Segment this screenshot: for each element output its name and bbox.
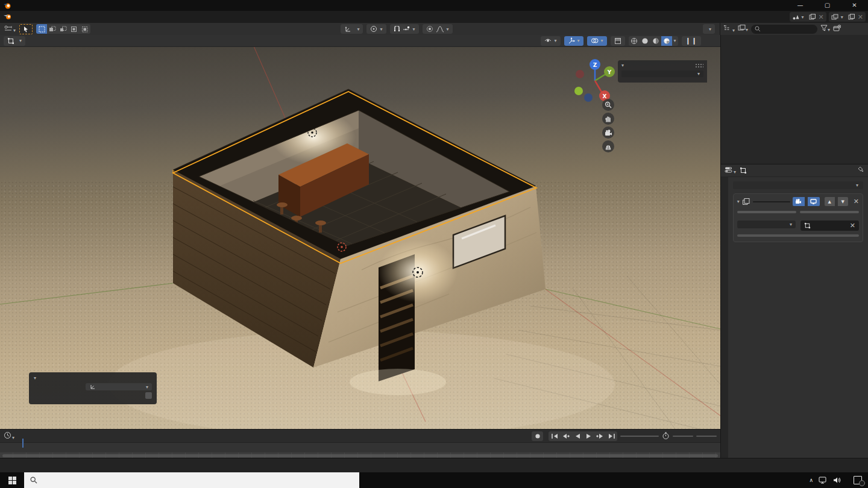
tray-expand-icon[interactable]: ∧ [809, 477, 813, 483]
blender-window: — ▢ ✕ ▾ ✕ ▾ ✕ [0, 0, 868, 488]
minimize-button[interactable]: — [787, 0, 814, 11]
shading-solid-icon[interactable] [640, 36, 650, 46]
gizmos-dropdown[interactable]: ▾ [564, 36, 583, 46]
current-frame-field[interactable] [620, 436, 659, 437]
play-button[interactable] [583, 431, 594, 441]
select-mode-new[interactable] [36, 24, 47, 34]
pause-render-button[interactable]: ❙❙ [682, 36, 701, 46]
play-reverse-button[interactable] [571, 431, 583, 441]
modifier-render-toggle[interactable] [793, 197, 805, 206]
modifier-icon [742, 198, 750, 205]
options-dropdown[interactable]: ▾ [703, 24, 715, 34]
record-button[interactable] [532, 431, 543, 441]
use-preview-range-icon[interactable] [662, 432, 670, 440]
magnet-icon [394, 26, 400, 33]
playhead[interactable] [22, 439, 24, 448]
transform-panel-header[interactable]: ▾ [621, 63, 703, 68]
zoom-icon[interactable] [602, 99, 614, 111]
view-layer-selector[interactable]: ▾ ✕ [829, 12, 866, 22]
jump-to-end-button[interactable] [606, 431, 617, 441]
shading-mode-group: ▾ [629, 36, 678, 46]
shading-dropdown[interactable]: ▾ [672, 38, 678, 43]
blender-logo-icon [4, 2, 11, 9]
proportional-editing-checkbox[interactable] [145, 392, 152, 399]
active-tool-icon[interactable] [19, 24, 33, 34]
xray-toggle[interactable] [611, 36, 625, 46]
new-collection-icon[interactable] [833, 25, 841, 34]
properties-editor-type-icon[interactable]: ▾ [725, 166, 736, 175]
timeline-editor-type-icon[interactable]: ▾ [4, 431, 14, 441]
shading-rendered-icon[interactable] [661, 36, 672, 46]
move-panel-header[interactable]: ▾ [34, 375, 152, 381]
shading-material-icon[interactable] [650, 36, 661, 46]
modifier-name-field[interactable] [753, 201, 790, 202]
operation-dropdown[interactable]: ▾ [737, 221, 796, 228]
add-modifier-dropdown[interactable]: ▾ [733, 181, 863, 189]
proportional-editing-dropdown[interactable]: ▾ [423, 24, 453, 34]
select-mode-intersect[interactable] [80, 24, 90, 34]
view-layer-icon [831, 14, 838, 20]
modifier-apply-button[interactable] [737, 211, 796, 213]
scene-selector[interactable]: ▾ ✕ [790, 12, 826, 22]
close-button[interactable]: ✕ [841, 0, 868, 11]
3d-viewport[interactable]: ▾ ▾ ▾ ▾ ▾ [0, 35, 720, 429]
outliner-search-input[interactable] [751, 25, 817, 34]
modifier-move-down-button[interactable]: ▼ [838, 197, 848, 206]
modifier-expand-icon[interactable]: ▾ [737, 199, 740, 204]
outliner [721, 35, 868, 164]
shading-wireframe-icon[interactable] [629, 36, 640, 46]
modifier-copy-button[interactable] [800, 211, 859, 213]
transform-orientation-dropdown[interactable]: ▾ [341, 24, 363, 34]
notification-center-icon[interactable] [852, 475, 863, 485]
display-icon[interactable] [819, 477, 828, 484]
viewport-canvas[interactable]: Z Y X [0, 47, 720, 429]
move-operator-panel: ▾ ▾ [29, 372, 157, 404]
blender-menu-icon[interactable] [4, 13, 12, 20]
select-mode-subtract[interactable] [58, 24, 69, 34]
outliner-filter-mode-dropdown[interactable]: ▾ [738, 25, 748, 33]
timeline-ruler[interactable] [0, 442, 720, 452]
frame-end-field[interactable] [696, 436, 717, 437]
new-scene-icon[interactable] [809, 14, 816, 20]
modifier-viewport-toggle[interactable] [808, 197, 820, 206]
outliner-filter-icon[interactable]: ▾ [820, 25, 830, 33]
show-object-types-dropdown[interactable]: ▾ [541, 36, 561, 46]
pin-icon[interactable] [858, 166, 864, 175]
panel-grip[interactable] [695, 63, 703, 67]
toggle-perspective-icon[interactable] [602, 140, 614, 152]
rotation-mode-dropdown[interactable]: ▾ [621, 70, 703, 77]
start-button[interactable] [0, 472, 24, 488]
timeline-editor: ▾ [0, 429, 720, 458]
next-keyframe-button[interactable] [594, 431, 606, 441]
pan-hand-icon[interactable] [602, 113, 614, 125]
modifier-close-icon[interactable]: ✕ [854, 198, 859, 205]
pivot-point-dropdown[interactable]: ▾ [366, 24, 386, 34]
modifier-move-up-button[interactable]: ▲ [825, 197, 835, 206]
select-mode-extend[interactable] [47, 24, 58, 34]
snap-toggle[interactable]: ▾ [390, 24, 419, 34]
system-tray: ∧ [809, 475, 868, 485]
unlink-scene-icon[interactable]: ✕ [819, 13, 824, 21]
jump-to-start-button[interactable] [549, 431, 560, 441]
properties-breadcrumb [740, 167, 750, 174]
clear-object-icon[interactable]: ✕ [850, 222, 855, 230]
move-orientation-dropdown[interactable]: ▾ [86, 383, 152, 390]
maximize-button[interactable]: ▢ [814, 0, 841, 11]
timeline-scrollbar[interactable] [2, 454, 718, 457]
properties-tabs [721, 177, 728, 458]
mode-selector[interactable]: ▾ [4, 36, 25, 46]
select-mode-invert[interactable] [69, 24, 80, 34]
prev-keyframe-button[interactable] [560, 431, 571, 441]
overlap-threshold-slider[interactable] [737, 234, 859, 237]
outliner-display-mode-dropdown[interactable]: ▾ [723, 25, 735, 34]
windows-taskbar: ∧ [0, 472, 868, 488]
new-view-layer-icon[interactable] [848, 14, 855, 20]
volume-icon[interactable] [833, 477, 841, 484]
editor-type-icon[interactable]: ▾ [4, 25, 16, 34]
object-field[interactable]: ✕ [800, 221, 859, 231]
taskbar-search-input[interactable] [24, 472, 359, 488]
camera-view-icon[interactable] [602, 127, 614, 139]
overlays-dropdown[interactable]: ▾ [587, 36, 607, 46]
frame-start-field[interactable] [673, 436, 693, 437]
remove-view-layer-icon[interactable]: ✕ [858, 13, 863, 21]
